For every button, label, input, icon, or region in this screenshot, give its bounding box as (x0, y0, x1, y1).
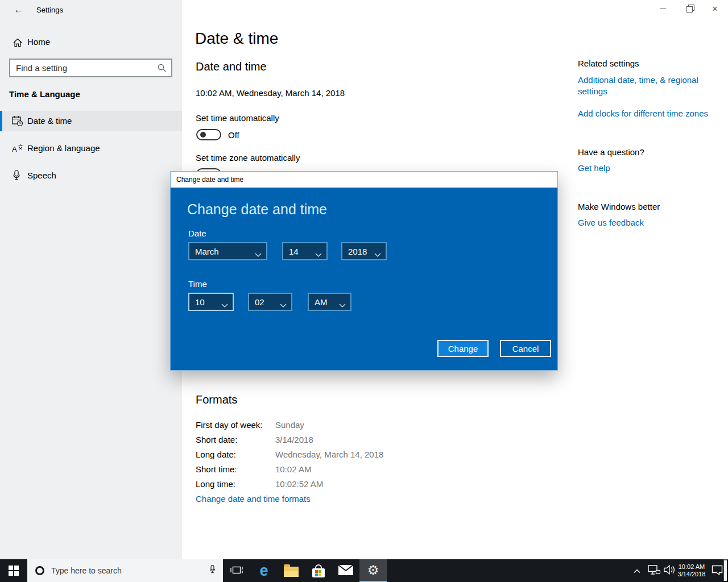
make-windows-better-heading: Make Windows better (578, 202, 660, 211)
volume-icon (663, 565, 676, 576)
cortana-icon (35, 566, 44, 575)
taskbar: The Collection Book e (0, 559, 728, 582)
task-view-button[interactable] (223, 559, 250, 582)
windows-logo-icon (9, 566, 19, 576)
minute-dropdown[interactable]: 02 (248, 293, 292, 311)
search-icon[interactable] (157, 63, 167, 75)
current-datetime: 10:02 AM, Wednesday, March 14, 2018 (196, 88, 345, 98)
date-label: Date (188, 228, 206, 238)
change-formats-link[interactable]: Change date and time formats (196, 494, 311, 504)
sidebar-item-region-language[interactable]: A Region & language (0, 138, 182, 159)
chevron-down-icon (374, 250, 381, 260)
dialog-heading: Change date and time (187, 201, 327, 218)
sidebar-section-header: Time & Language (9, 89, 80, 99)
hour-value: 10 (195, 297, 205, 307)
gear-icon: ⚙ (367, 564, 379, 577)
set-time-label: Set time automatically (196, 113, 279, 123)
show-desktop-button[interactable] (723, 559, 728, 582)
settings-sidebar: ← Settings Home Time & Language Date & t… (0, 0, 182, 559)
dialog-titlebar-text: Change date and time (176, 176, 243, 184)
formats-heading: Formats (196, 393, 237, 406)
day-value: 14 (289, 247, 299, 256)
microphone-icon[interactable] (209, 564, 216, 577)
tray-hidden-icons-button[interactable] (630, 559, 644, 582)
tray-clock[interactable]: 10:02 AM 3/14/2018 (675, 559, 709, 582)
date-time-icon (12, 115, 23, 129)
format-row: Long date: Wednesday, March 14, 2018 (196, 450, 383, 459)
edge-browser-button[interactable]: e (250, 559, 278, 582)
microphone-icon (12, 170, 21, 184)
ampm-dropdown[interactable]: AM (308, 293, 351, 311)
month-value: March (195, 247, 219, 256)
edge-icon: e (259, 563, 268, 579)
page-title: Date & time (195, 30, 278, 48)
sidebar-item-date-time[interactable]: Date & time (0, 111, 182, 131)
dialog-body: Change date and time Date March 14 2018 … (171, 188, 557, 370)
sidebar-search (9, 59, 172, 77)
format-label: Short date: (196, 435, 275, 444)
close-icon: ✕ (712, 5, 718, 13)
format-value: Wednesday, March 14, 2018 (275, 450, 383, 459)
month-dropdown[interactable]: March (188, 242, 267, 260)
find-setting-input[interactable] (10, 60, 171, 76)
minimize-button[interactable] (650, 0, 676, 17)
file-explorer-button[interactable] (278, 559, 305, 582)
chevron-down-icon (339, 300, 346, 310)
window-title: Settings (36, 6, 63, 14)
format-value: 3/14/2018 (275, 435, 313, 444)
chevron-down-icon (255, 250, 262, 260)
action-center-button[interactable] (710, 559, 725, 582)
sidebar-item-label: Date & time (27, 116, 72, 126)
format-label: Short time: (196, 464, 275, 474)
clock-time: 10:02 AM (679, 563, 705, 571)
mail-icon (338, 565, 353, 577)
format-label: First day of week: (196, 420, 275, 430)
network-icon (648, 565, 660, 577)
set-time-toggle[interactable] (196, 129, 221, 140)
datetime-section-heading: Date and time (196, 60, 267, 73)
chevron-down-icon (280, 300, 287, 310)
close-button[interactable]: ✕ (702, 0, 728, 17)
svg-text:A: A (12, 145, 17, 153)
get-help-link[interactable]: Get help (578, 163, 610, 173)
tray-network-button[interactable] (646, 559, 662, 582)
chevron-down-icon (221, 300, 228, 310)
ampm-value: AM (315, 297, 328, 307)
store-icon (312, 568, 325, 577)
cancel-button[interactable]: Cancel (500, 340, 551, 357)
day-dropdown[interactable]: 14 (282, 242, 328, 260)
give-feedback-link[interactable]: Give us feedback (578, 218, 644, 227)
clock-date: 3/14/2018 (678, 571, 706, 578)
year-dropdown[interactable]: 2018 (341, 242, 387, 260)
hour-dropdown[interactable]: 10 (188, 293, 234, 311)
toggle-state-label: Off (228, 130, 239, 140)
change-button[interactable]: Change (437, 340, 489, 357)
format-value: 10:02 AM (275, 464, 311, 474)
microsoft-store-button[interactable] (305, 559, 332, 582)
mail-button[interactable] (332, 559, 359, 582)
have-question-heading: Have a question? (578, 147, 644, 157)
task-view-icon (230, 565, 243, 577)
back-button[interactable]: ← (9, 2, 28, 18)
format-label: Long time: (196, 479, 275, 489)
sidebar-item-speech[interactable]: Speech (0, 165, 182, 186)
sidebar-item-home[interactable]: Home (0, 33, 182, 52)
settings-app-button[interactable]: ⚙ (359, 559, 387, 582)
minimize-icon (660, 9, 666, 9)
chevron-up-icon (634, 567, 640, 575)
add-clocks-link[interactable]: Add clocks for different time zones (578, 109, 720, 118)
dialog-titlebar: Change date and time (171, 172, 557, 188)
format-value: 10:02:52 AM (275, 479, 323, 489)
toggle-knob (200, 132, 206, 138)
taskbar-search-input[interactable] (44, 566, 209, 575)
time-label: Time (188, 279, 207, 289)
home-icon (12, 37, 23, 51)
taskbar-search (27, 559, 223, 582)
additional-settings-link[interactable]: Additional date, time, & regional settin… (578, 74, 704, 97)
change-date-time-dialog: Change date and time Change date and tim… (170, 171, 558, 371)
desktop: ← Settings Home Time & Language Date & t… (0, 0, 728, 582)
sidebar-item-label: Home (27, 37, 50, 47)
format-row: First day of week: Sunday (196, 420, 304, 430)
restore-button[interactable] (676, 0, 702, 17)
start-button[interactable] (0, 559, 27, 582)
